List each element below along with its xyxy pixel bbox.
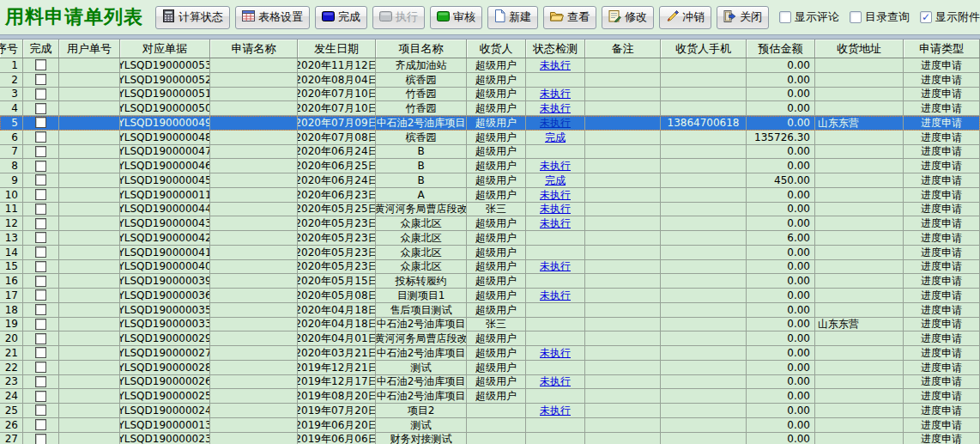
row-complete-checkbox[interactable]	[35, 419, 46, 430]
row-complete-checkbox[interactable]	[35, 174, 46, 186]
row-complete-checkbox[interactable]	[35, 88, 46, 100]
status-link[interactable]: 未执行	[540, 290, 571, 301]
row-complete-checkbox[interactable]	[35, 74, 46, 85]
table-row[interactable]: 1YLSQD1900000532020年11月12日齐成加油站超级用户未执行0.…	[0, 58, 980, 73]
column-header-phone[interactable]: 收货人手机	[661, 40, 747, 58]
cell-no: 21	[0, 346, 23, 360]
table-row[interactable]: 19YLSQD1900000332020年04月18日中石油2号油库项目张三0.…	[0, 318, 980, 332]
table-row[interactable]: 4YLSQD1900000502020年07月10日竹香园超级用户未执行0.00…	[0, 101, 980, 116]
column-header-date[interactable]: 发生日期	[298, 40, 376, 58]
column-header-note[interactable]: 备注	[585, 40, 661, 58]
status-link[interactable]: 未执行	[540, 88, 571, 99]
column-header-address[interactable]: 收货地址	[815, 40, 904, 58]
cell-address	[815, 145, 904, 159]
cell-status: 未执行	[526, 203, 585, 216]
complete-button[interactable]: 完成	[315, 6, 367, 29]
status-link[interactable]: 完成	[545, 175, 566, 186]
status-link[interactable]: 未执行	[540, 218, 571, 228]
row-complete-checkbox[interactable]	[35, 319, 46, 330]
table-row[interactable]: 6YLSQD1900000482020年07月08日槟香园超级用户完成13572…	[0, 131, 980, 145]
row-complete-checkbox[interactable]	[35, 117, 46, 128]
table-row[interactable]: 27YLSQD1900000232019年06月06日财务对接测试0.00进度申…	[0, 433, 980, 444]
table-row[interactable]: 11YLSQD1900000442020年05月25日黄河河务局曹店段改张三未执…	[0, 203, 980, 217]
table-row[interactable]: 23YLSQD1900000262019年12月17日中石油2号油库项目超级用户…	[0, 375, 980, 390]
column-header-project[interactable]: 项目名称	[376, 40, 467, 58]
show-attachments-checkbox[interactable]	[920, 11, 932, 23]
status-link[interactable]: 未执行	[540, 103, 571, 113]
row-complete-checkbox[interactable]	[35, 146, 46, 157]
table-row[interactable]: 15YLSQD1900000402020年05月23日众康北区超级用户未执行0.…	[0, 260, 980, 275]
row-complete-checkbox[interactable]	[35, 289, 46, 301]
view-button[interactable]: 查看	[543, 6, 596, 29]
row-complete-checkbox[interactable]	[35, 161, 46, 172]
row-complete-checkbox[interactable]	[35, 204, 46, 215]
column-header-no[interactable]: 序号	[0, 40, 23, 58]
cell-date: 2020年07月08日	[298, 131, 376, 144]
row-complete-checkbox[interactable]	[35, 246, 46, 258]
audit-button[interactable]: 审核	[430, 6, 482, 29]
new-button[interactable]: 新建	[487, 6, 538, 29]
status-link[interactable]: 未执行	[540, 60, 571, 70]
row-complete-checkbox[interactable]	[35, 276, 46, 287]
table-row[interactable]: 3YLSQD1900000512020年07月10日竹香园超级用户未执行0.00…	[0, 88, 980, 102]
column-header-user_no[interactable]: 用户单号	[59, 40, 120, 58]
table-row[interactable]: 17YLSQD1900000362020年05月08日目测项目1超级用户未执行0…	[0, 289, 980, 303]
row-complete-checkbox[interactable]	[35, 362, 46, 373]
table-row[interactable]: 10YLSQD1900000112020年06月23日A超级用户未执行0.00进…	[0, 188, 980, 203]
table-row[interactable]: 16YLSQD1900000392020年05月15日投标转履约超级用户0.00…	[0, 274, 980, 289]
modify-button[interactable]: 修改	[602, 6, 654, 29]
column-header-req_name[interactable]: 申请名称	[210, 40, 298, 58]
table-row[interactable]: 13YLSQD1900000422020年05月23日众康北区超级用户6.00进…	[0, 231, 980, 246]
status-link[interactable]: 未执行	[540, 376, 571, 386]
row-complete-checkbox[interactable]	[35, 304, 46, 315]
directory-query-checkbox[interactable]	[850, 11, 862, 23]
table-row[interactable]: 20YLSQD1900000292020年04月01日黄河河务局曹店段改超级用户…	[0, 331, 980, 346]
status-link[interactable]: 未执行	[540, 204, 571, 214]
table-row[interactable]: 14YLSQD1900000412020年05月23日众康北区超级用户0.00进…	[0, 246, 980, 260]
row-complete-checkbox[interactable]	[35, 261, 46, 272]
column-header-receiver[interactable]: 收货人	[467, 40, 526, 58]
cell-doc: YLSQD190000029	[120, 331, 210, 345]
table-row[interactable]: 9YLSQD1900000452020年06月24日B超级用户完成450.00进…	[0, 173, 980, 188]
column-header-doc[interactable]: 对应单据	[120, 40, 210, 58]
table-row[interactable]: 7YLSQD1900000472020年06月24日B超级用户0.00进度申请	[0, 145, 980, 160]
table-row[interactable]: 18YLSQD1900000352020年04月18日售后项目测试超级用户0.0…	[0, 303, 980, 318]
status-link[interactable]: 未执行	[540, 161, 571, 171]
row-complete-checkbox[interactable]	[35, 404, 46, 416]
table-row[interactable]: 26YLSQD1900000132019年06月20日测试0.00进度申请	[0, 418, 980, 433]
status-link[interactable]: 未执行	[540, 348, 571, 358]
column-header-status[interactable]: 状态检测	[526, 40, 585, 58]
status-link[interactable]: 完成	[545, 132, 566, 143]
row-complete-checkbox[interactable]	[35, 189, 46, 200]
status-link[interactable]: 未执行	[540, 190, 571, 200]
row-complete-checkbox[interactable]	[35, 333, 46, 344]
row-complete-checkbox[interactable]	[35, 434, 46, 444]
table-row[interactable]: 21YLSQD1900000272020年03月21日中石油2号油库项目超级用户…	[0, 346, 980, 361]
row-complete-checkbox[interactable]	[35, 131, 46, 143]
status-link[interactable]: 未执行	[540, 261, 571, 271]
row-complete-checkbox[interactable]	[35, 59, 46, 70]
status-link[interactable]: 未执行	[540, 405, 571, 416]
row-complete-checkbox[interactable]	[35, 376, 46, 387]
table-row[interactable]: 25YLSQD1900000242019年07月20日项目2未执行0.00进度申…	[0, 404, 980, 418]
show-comments-checkbox[interactable]	[779, 11, 791, 23]
column-header-type[interactable]: 申请类型	[904, 40, 980, 58]
close-button[interactable]: 关闭	[717, 6, 769, 29]
row-complete-checkbox[interactable]	[35, 218, 46, 229]
calc-status-button[interactable]: 计算状态	[155, 6, 230, 29]
row-complete-checkbox[interactable]	[35, 232, 46, 243]
table-row[interactable]: 8YLSQD1900000462020年06月25日B超级用户未执行0.00进度…	[0, 159, 980, 173]
column-header-done[interactable]: 完成	[23, 40, 59, 58]
table-settings-button[interactable]: 表格设置	[235, 6, 310, 29]
row-complete-checkbox[interactable]	[35, 103, 46, 114]
table-row[interactable]: 2YLSQD1900000522020年08月04日槟香园超级用户0.00进度申…	[0, 73, 980, 88]
status-link[interactable]: 未执行	[540, 118, 571, 128]
table-row[interactable]: 24YLSQD1900000252019年08月20日中石油2号油库项目超级用户…	[0, 389, 980, 404]
row-complete-checkbox[interactable]	[35, 391, 46, 402]
column-header-amount[interactable]: 预估金额	[747, 40, 815, 58]
writeoff-button[interactable]: 冲销	[659, 6, 711, 29]
table-row[interactable]: 12YLSQD1900000432020年05月23日众康北区超级用户未执行0.…	[0, 216, 980, 231]
row-complete-checkbox[interactable]	[35, 347, 46, 358]
table-row[interactable]: 5YLSQD1900000492020年07月09日中石油2号油库项目超级用户未…	[0, 116, 980, 131]
table-row[interactable]: 22YLSQD1900000282019年12月21日测试超级用户0.00进度申…	[0, 361, 980, 375]
